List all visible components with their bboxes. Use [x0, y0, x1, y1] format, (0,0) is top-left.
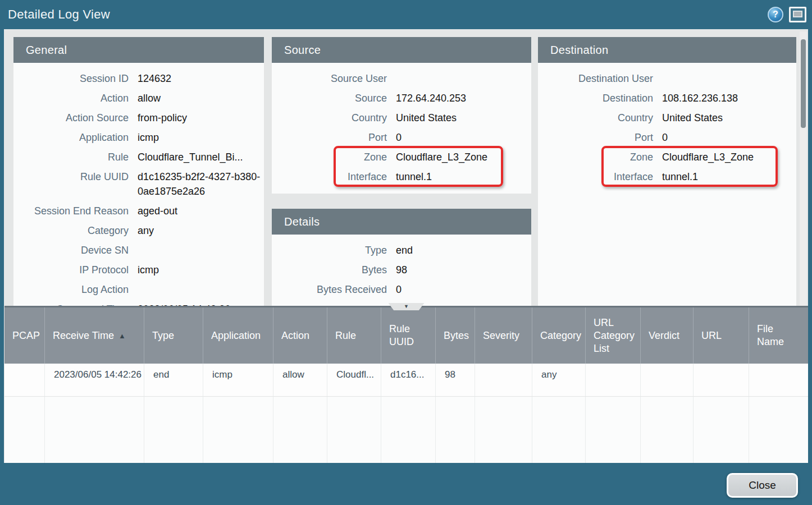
field-row: Country United States: [538, 111, 796, 125]
field-value: Cloudflare_Tunnel_Bi...: [138, 150, 243, 164]
column-header-label: PCAP: [12, 329, 40, 342]
column-header[interactable]: URL: [694, 307, 749, 364]
field-row: Port 0: [272, 130, 531, 145]
field-row: Bytes 98: [272, 263, 531, 277]
maximize-icon[interactable]: [789, 7, 806, 22]
table-cell: allow: [273, 364, 327, 396]
field-value: United States: [396, 111, 457, 125]
sort-asc-icon: ▲: [118, 329, 126, 342]
field-value: 124632: [138, 71, 171, 86]
column-header-label: Severity: [483, 329, 519, 342]
dialog-title: Detailed Log View: [8, 7, 110, 22]
field-row: Source 172.64.240.253: [272, 91, 531, 105]
column-header[interactable]: Type: [144, 307, 203, 364]
column-header[interactable]: Receive Time ▲: [45, 307, 144, 364]
table-filler-cell: [203, 397, 273, 463]
panel-general-fields: Session ID 124632 Action allow Action So…: [13, 63, 264, 316]
field-label: Action Source: [13, 111, 129, 125]
destination-zone-highlight-box: [601, 146, 778, 187]
close-button[interactable]: Close: [727, 473, 798, 498]
table-filler-cell: [475, 397, 532, 463]
collapse-caret-icon: ▼: [404, 304, 409, 309]
field-value: end: [396, 243, 413, 258]
panel-general: General Session ID 124632 Action allow A…: [13, 37, 264, 343]
scrollbar-thumb[interactable]: [801, 39, 806, 128]
field-value: d1c16235-b2f2-4327-b380-0ae1875e2a26: [138, 169, 264, 199]
table-cell: [475, 364, 532, 396]
table-cell: d1c16...: [381, 364, 436, 396]
table-cell: [4, 364, 45, 396]
panel-source-header: Source: [272, 37, 531, 63]
field-label: Rule UUID: [13, 169, 129, 199]
field-value: 0: [662, 130, 668, 145]
field-row: Destination User: [538, 71, 796, 86]
table-cell: 2023/06/05 14:42:26: [45, 364, 144, 396]
table-filler-cell: [327, 397, 381, 463]
help-icon[interactable]: ?: [768, 7, 783, 22]
column-header[interactable]: URL Category List: [586, 307, 641, 364]
column-header-label: Receive Time: [53, 329, 114, 342]
panel-destination: Destination Destination User Destination…: [538, 37, 796, 343]
field-row: Log Action: [13, 282, 264, 297]
field-value: 0: [396, 282, 402, 297]
dialog-content: General Session ID 124632 Action allow A…: [4, 29, 808, 463]
field-label: Action: [13, 91, 129, 105]
field-row: Bytes Received 0: [272, 282, 531, 297]
field-value: aged-out: [138, 204, 177, 218]
column-header-label: Verdict: [649, 329, 679, 342]
column-header[interactable]: Application: [203, 307, 273, 364]
field-value: any: [138, 223, 154, 238]
field-label: Destination User: [538, 71, 653, 86]
table-filler-cell: [436, 397, 475, 463]
table-row[interactable]: 2023/06/05 14:42:26 end icmp allow Cloud…: [4, 364, 808, 397]
column-header-label: Rule: [335, 329, 356, 342]
field-row: Source User: [272, 71, 531, 86]
column-header[interactable]: File Name: [749, 307, 808, 364]
column-header[interactable]: Verdict: [641, 307, 694, 364]
scrollbar-track[interactable]: [800, 31, 807, 306]
column-header[interactable]: Severity: [475, 307, 532, 364]
field-row: Type end: [272, 243, 531, 258]
table-filler-cell: [4, 397, 45, 463]
column-header-label: File Name: [757, 323, 801, 348]
field-label: IP Protocol: [13, 263, 129, 277]
field-value: 172.64.240.253: [396, 91, 466, 105]
table-filler-cell: [586, 397, 641, 463]
column-header[interactable]: Bytes: [436, 307, 475, 364]
field-value: United States: [662, 111, 723, 125]
column-header-label: Category: [540, 329, 581, 342]
titlebar: Detailed Log View ?: [0, 0, 812, 29]
panel-details-header: Details: [272, 209, 531, 235]
titlebar-icons: ?: [768, 7, 806, 22]
field-label: Bytes Received: [272, 282, 387, 297]
panel-destination-header: Destination: [538, 37, 796, 63]
column-header[interactable]: Action: [273, 307, 327, 364]
panel-details-fields: Type end Bytes 98 Bytes Received 0: [272, 235, 531, 297]
column-header[interactable]: Category: [532, 307, 586, 364]
field-label: Country: [538, 111, 653, 125]
column-header[interactable]: PCAP: [4, 307, 45, 364]
column-header-label: Bytes: [444, 329, 469, 342]
collapse-table-handle[interactable]: ▼: [389, 303, 425, 310]
table-filler-cell: [381, 397, 436, 463]
field-row: Rule UUID d1c16235-b2f2-4327-b380-0ae187…: [13, 169, 264, 199]
table-cell: [586, 364, 641, 396]
field-row: Application icmp: [13, 130, 264, 145]
field-row: Destination 108.162.236.138: [538, 91, 796, 105]
field-row: Session End Reason aged-out: [13, 204, 264, 218]
table-cell: [694, 364, 749, 396]
column-header[interactable]: Rule UUID: [381, 307, 436, 364]
table-cell: any: [532, 364, 586, 396]
table-cell: icmp: [203, 364, 273, 396]
column-header[interactable]: Rule: [327, 307, 381, 364]
table-cell: [641, 364, 694, 396]
table-filler-cell: [532, 397, 586, 463]
table-filler-cell: [694, 397, 749, 463]
field-label: Country: [272, 111, 387, 125]
field-row: Device SN: [13, 243, 264, 258]
maximize-icon-inner: [793, 11, 802, 17]
field-value: icmp: [138, 263, 159, 277]
field-label: Application: [13, 130, 129, 145]
field-value: allow: [138, 91, 161, 105]
table-cell: Cloudfl...: [327, 364, 381, 396]
